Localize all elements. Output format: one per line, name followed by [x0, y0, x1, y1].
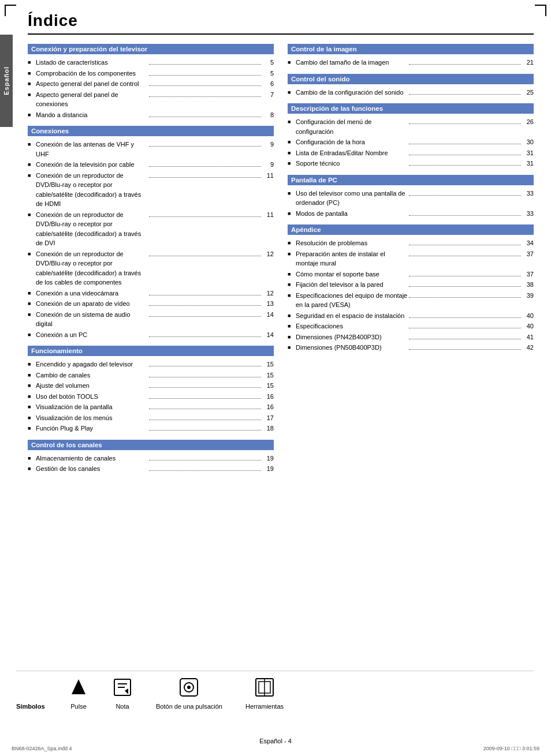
section-header-conexion-preparacion: Conexión y preparación del televisor: [28, 44, 274, 54]
toc-item: ■Especificaciones del equipo de montaje …: [288, 290, 534, 310]
side-tab: Español: [0, 35, 13, 127]
toc-page-number: 13: [262, 299, 274, 309]
toc-page-number: 39: [522, 291, 534, 301]
section-header-descripcion-funciones: Descripción de las funciones: [288, 103, 534, 114]
toc-item-text: Ajuste del volumen: [36, 381, 148, 391]
toc-item-text: Conexión de un reproductor de DVD/Blu-ra…: [36, 249, 148, 287]
toc-dots: [149, 146, 261, 147]
toc-page-number: 5: [262, 58, 274, 68]
toc-item-text: Visualización de la pantalla: [36, 402, 148, 412]
toc-list-descripcion-funciones: ■Configuración del menú de configuración…: [288, 117, 534, 169]
bullet-icon: ■: [28, 414, 33, 422]
toc-dots: [409, 328, 521, 328]
toc-dots: [409, 276, 521, 276]
section-header-apendice: Apéndice: [288, 224, 534, 235]
toc-dots: [149, 96, 261, 97]
toc-dots: [409, 256, 521, 256]
toc-dots: [149, 460, 261, 461]
toc-item-text: Dimensiones (PN42B400P3D): [296, 332, 408, 342]
svg-point-6: [187, 686, 191, 689]
toc-item: ■Función Plug & Play18: [28, 423, 274, 434]
toc-dots: [149, 430, 261, 431]
symbol-item-boton-pulsacion: Botón de una pulsación: [156, 677, 222, 710]
pulse-icon: [68, 677, 89, 701]
bullet-icon: ■: [288, 89, 293, 97]
toc-dots: [409, 144, 521, 144]
toc-list-funcionamiento: ■Encendido y apagado del televisor15■Cam…: [28, 359, 274, 434]
toc-page-number: 30: [522, 137, 534, 147]
toc-dots: [149, 336, 261, 337]
toc-item: ■Preparación antes de instalar el montaj…: [288, 249, 534, 269]
herramientas-label: Herramientas: [245, 703, 284, 710]
toc-item: ■Dimensiones (PN50B400P3D)42: [288, 342, 534, 353]
bullet-icon: ■: [28, 111, 33, 119]
nota-icon: [112, 677, 133, 701]
toc-item-text: Fijación del televisor a la pared: [296, 280, 408, 290]
toc-item-text: Listado de características: [36, 58, 148, 68]
bullet-icon: ■: [288, 118, 293, 126]
toc-item: ■Uso del televisor como una pantalla de …: [288, 188, 534, 208]
left-column: Conexión y preparación del televisor■Lis…: [28, 44, 274, 478]
toc-dots: [149, 377, 261, 377]
toc-item: ■Cambio del tamaño de la imagen21: [288, 57, 534, 68]
toc-item: ■Cambio de canales15: [28, 370, 274, 381]
toc-item-text: Visualización de los menús: [36, 413, 148, 423]
toc-dots: [149, 420, 261, 420]
toc-page-number: 33: [522, 209, 534, 219]
toc-page-number: 11: [262, 171, 274, 181]
toc-page-number: 17: [262, 413, 274, 423]
toc-page-number: 42: [522, 343, 534, 353]
toc-item: ■Aspecto general del panel de control6: [28, 78, 274, 89]
toc-dots: [409, 215, 521, 216]
toc-item-text: Uso del botón TOOLS: [36, 392, 148, 402]
toc-item: ■Lista de Entradas/Editar Nombre31: [288, 148, 534, 159]
right-column: Control de la imagen■Cambio del tamaño d…: [288, 44, 534, 478]
page-title: Índice: [28, 12, 534, 35]
toc-item-text: Soporte técnico: [296, 159, 408, 169]
corner-mark-tr: [535, 5, 546, 16]
toc-item-text: Gestión de los canales: [36, 464, 148, 474]
toc-item-text: Dimensiones (PN50B400P3D): [296, 343, 408, 353]
toc-page-number: 9: [262, 140, 274, 149]
toc-page-number: 11: [262, 210, 274, 220]
toc-page-number: 37: [522, 270, 534, 279]
footer-text: Español - 4: [259, 738, 292, 744]
bullet-icon: ■: [28, 59, 33, 67]
toc-item-text: Conexión de un reproductor de DVD/Blu-ra…: [36, 171, 148, 209]
section-header-control-sonido: Control del sonido: [288, 74, 534, 84]
bullet-icon: ■: [288, 190, 293, 198]
bullet-icon: ■: [28, 290, 33, 298]
toc-dots: [149, 85, 261, 86]
toc-list-control-sonido: ■Cambio de la configuración del sonido25: [288, 87, 534, 98]
toc-item: ■Listado de características5: [28, 57, 274, 68]
toc-item-text: Especificaciones del equipo de montaje e…: [296, 291, 408, 310]
bullet-icon: ■: [28, 91, 33, 99]
toc-item-text: Aspecto general del panel de control: [36, 79, 148, 89]
toc-dots: [149, 117, 261, 117]
symbol-item-pulse: Pulse: [68, 677, 89, 710]
toc-item-text: Cambio de canales: [36, 370, 148, 380]
toc-item: ■Conexión de un reproductor de DVD/Blu-r…: [28, 209, 274, 249]
section-header-pantalla-pc: Pantalla de PC: [288, 175, 534, 185]
section-header-control-canales: Control de los canales: [28, 440, 274, 450]
page-footer: Español - 4: [0, 738, 551, 744]
toc-item-text: Comprobación de los componentes: [36, 69, 148, 78]
toc-dots: [409, 123, 521, 124]
toc-dots: [409, 94, 521, 95]
toc-dots: [409, 165, 521, 166]
toc-item-text: Seguridad en el espacio de instalación: [296, 311, 408, 321]
toc-item: ■Conexión de las antenas de VHF y UHF9: [28, 139, 274, 159]
toc-item-text: Almacenamiento de canales: [36, 454, 148, 463]
toc-page-number: 15: [262, 360, 274, 369]
toc-page-number: 16: [262, 402, 274, 412]
toc-page-number: 14: [262, 330, 274, 340]
toc-item: ■Conexión de un reproductor de DVD/Blu-r…: [28, 249, 274, 288]
toc-item-text: Cambio del tamaño de la imagen: [296, 58, 408, 68]
toc-item: ■Seguridad en el espacio de instalación4…: [288, 310, 534, 321]
toc-list-control-canales: ■Almacenamiento de canales19■Gestión de …: [28, 453, 274, 474]
toc-item: ■Conexión de un reproductor de DVD/Blu-r…: [28, 170, 274, 209]
toc-dots: [149, 256, 261, 256]
bullet-icon: ■: [28, 172, 33, 180]
symbols-section: Símbolos PulseNotaBotón de una pulsación…: [16, 671, 534, 710]
bottom-info: BN68-02426A_Spa.indd 4 2009-09-10 □□□ 3:…: [12, 746, 539, 751]
